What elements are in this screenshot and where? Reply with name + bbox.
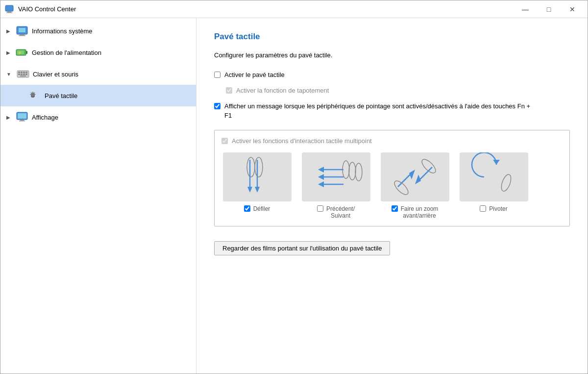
- svg-rect-14: [23, 72, 25, 73]
- svg-rect-1: [7, 11, 11, 12]
- rotate-image: [460, 152, 528, 201]
- arrow-icon-display: ▶: [6, 115, 10, 120]
- svg-rect-20: [20, 75, 26, 76]
- svg-rect-6: [19, 35, 25, 36]
- zoom-label[interactable]: Faire un zoomavant/arrière: [401, 205, 439, 219]
- option-show-message: Afficher un message lorsque les périphér…: [214, 102, 570, 120]
- prev-next-checkbox[interactable]: [317, 205, 323, 212]
- sidebar-item-info-system[interactable]: ▶ Informations système: [0, 20, 196, 42]
- svg-rect-44: [381, 152, 449, 201]
- prev-next-image: [302, 152, 370, 201]
- minimize-button[interactable]: —: [514, 2, 537, 16]
- svg-rect-24: [18, 113, 26, 119]
- sidebar-item-keyboard[interactable]: ▼ Clavier et souris: [0, 63, 196, 85]
- arrow-icon: ▶: [6, 28, 10, 34]
- zoom-image: [381, 152, 449, 201]
- svg-rect-17: [21, 74, 23, 75]
- gesture-rotate: Pivoter: [458, 152, 529, 219]
- content-area: ▶ Informations système ▶: [0, 18, 588, 374]
- display-icon: [15, 110, 29, 124]
- svg-rect-4: [19, 28, 25, 32]
- title-bar-left: VAIO Control Center: [4, 4, 76, 14]
- svg-rect-12: [18, 72, 20, 73]
- title-bar: VAIO Control Center — □ ✕: [0, 0, 588, 18]
- show-message-label[interactable]: Afficher un message lorsque les périphér…: [224, 102, 538, 120]
- main-window: VAIO Control Center — □ ✕ ▶: [0, 0, 588, 374]
- show-message-checkbox[interactable]: [214, 103, 220, 109]
- activate-touchpad-checkbox[interactable]: [214, 72, 220, 78]
- arrow-icon-power: ▶: [6, 50, 10, 55]
- multipoint-label-row: Activer les fonctions d'interaction tact…: [221, 137, 563, 145]
- sidebar-item-display[interactable]: ▶ Affichage: [0, 106, 196, 128]
- gesture-zoom: Faire un zoomavant/arrière: [379, 152, 450, 219]
- scroll-label[interactable]: Défiler: [253, 205, 270, 212]
- svg-rect-5: [20, 34, 24, 35]
- sidebar-label-info-system: Informations système: [32, 27, 93, 35]
- gear-icon: [26, 89, 40, 102]
- gesture-scroll: Défiler: [221, 152, 293, 219]
- option-activate-tap: Activer la fonction de tapotement: [214, 86, 570, 95]
- main-panel: Pavé tactile Configurer les paramètres d…: [196, 18, 588, 374]
- rotate-label[interactable]: Pivoter: [489, 205, 507, 212]
- svg-rect-13: [21, 72, 23, 73]
- activate-touchpad-label[interactable]: Activer le pavé tactile: [224, 71, 285, 79]
- sidebar: ▶ Informations système ▶: [0, 18, 196, 374]
- option-activate-touchpad: Activer le pavé tactile: [214, 71, 570, 79]
- svg-rect-26: [19, 121, 25, 122]
- rotate-check-row: Pivoter: [480, 205, 507, 212]
- svg-rect-0: [5, 5, 13, 11]
- close-button[interactable]: ✕: [561, 2, 584, 16]
- scroll-image: [223, 152, 292, 201]
- maximize-button[interactable]: □: [538, 2, 560, 16]
- prev-next-check-row: Précédent/Suivant: [317, 205, 355, 219]
- sidebar-label-touchpad: Pavé tactile: [45, 92, 77, 100]
- svg-rect-16: [18, 74, 20, 75]
- info-icon: [15, 24, 29, 38]
- page-title: Pavé tactile: [214, 32, 570, 42]
- multipoint-label: Activer les fonctions d'interaction tact…: [232, 137, 372, 145]
- sidebar-label-display: Affichage: [32, 114, 58, 121]
- zoom-checkbox[interactable]: [392, 205, 398, 212]
- window-title: VAIO Control Center: [18, 5, 76, 13]
- activate-tap-label: Activer la fonction de tapotement: [236, 86, 329, 95]
- multipoint-box: Activer les fonctions d'interaction tact…: [214, 130, 570, 226]
- sidebar-label-power: Gestion de l'alimentation: [32, 49, 101, 56]
- vaio-icon: [4, 4, 14, 14]
- activate-tap-checkbox[interactable]: [226, 87, 232, 94]
- sidebar-item-power[interactable]: ▶ ⚡ Gestion de l'alimentation: [0, 42, 196, 63]
- watch-button[interactable]: Regarder des films portant sur l'utilisa…: [214, 241, 390, 255]
- rotate-checkbox[interactable]: [480, 205, 486, 212]
- scroll-check-row: Défiler: [244, 205, 270, 212]
- description: Configurer les paramètres du pavé tactil…: [214, 51, 570, 59]
- gesture-grid: Défiler: [221, 152, 563, 219]
- svg-rect-19: [25, 74, 27, 75]
- svg-text:⚡: ⚡: [18, 50, 22, 55]
- sidebar-label-keyboard: Clavier et souris: [33, 71, 78, 78]
- keyboard-icon: [16, 67, 30, 81]
- multipoint-checkbox[interactable]: [221, 138, 228, 144]
- zoom-check-row: Faire un zoomavant/arrière: [392, 205, 439, 219]
- svg-rect-2: [6, 12, 12, 13]
- scroll-checkbox[interactable]: [244, 205, 250, 212]
- sidebar-item-touchpad[interactable]: Pavé tactile: [0, 85, 196, 106]
- svg-rect-18: [23, 74, 25, 75]
- svg-rect-15: [25, 72, 27, 73]
- title-bar-controls: — □ ✕: [514, 2, 584, 16]
- svg-rect-25: [20, 120, 24, 121]
- prev-next-label[interactable]: Précédent/Suivant: [326, 205, 355, 219]
- svg-rect-8: [26, 51, 27, 54]
- battery-icon: ⚡: [15, 46, 29, 59]
- gesture-prev-next: Précédent/Suivant: [300, 152, 371, 219]
- arrow-icon-keyboard: ▼: [6, 72, 11, 77]
